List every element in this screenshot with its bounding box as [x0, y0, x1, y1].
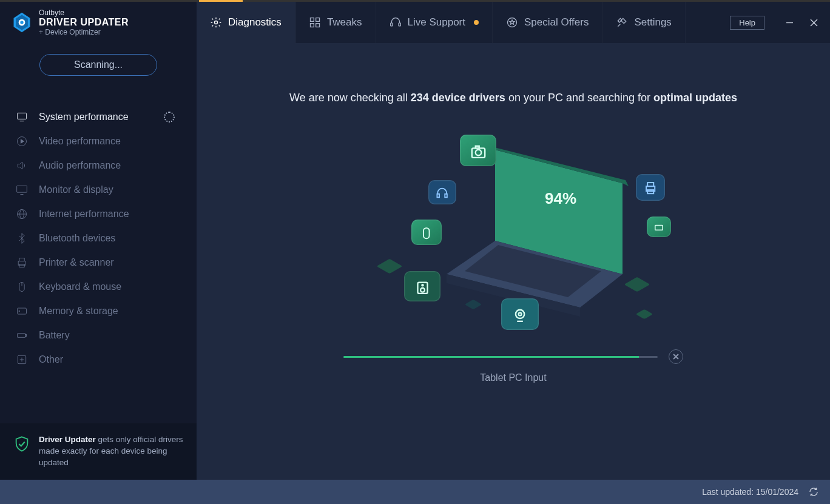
- printer-tile-icon: [636, 174, 665, 201]
- tab-special-offers[interactable]: Special Offers: [493, 2, 602, 43]
- svg-rect-27: [19, 264, 24, 267]
- svg-rect-10: [399, 23, 400, 26]
- minimize-button[interactable]: [778, 13, 801, 32]
- svg-marker-19: [18, 162, 22, 169]
- scanning-button[interactable]: Scanning...: [39, 54, 157, 76]
- svg-rect-44: [475, 146, 479, 148]
- close-button[interactable]: [802, 13, 825, 32]
- star-badge-icon: [506, 16, 518, 29]
- grid-icon: [309, 16, 321, 29]
- sidebar-item-keyboard[interactable]: Keyboard & mouse: [0, 275, 197, 299]
- svg-rect-45: [437, 194, 440, 198]
- svg-point-3: [20, 21, 23, 24]
- headset-icon: [390, 16, 402, 29]
- main-content: We are now checking all 234 device drive…: [197, 43, 830, 480]
- svg-point-43: [475, 149, 481, 155]
- svg-rect-56: [655, 225, 663, 230]
- refresh-icon[interactable]: [808, 486, 819, 497]
- svg-rect-33: [25, 334, 27, 336]
- speaker-tile-icon: [404, 271, 440, 301]
- mouse-icon: [16, 281, 28, 293]
- svg-rect-26: [19, 258, 24, 261]
- svg-rect-7: [310, 24, 314, 27]
- card-tile-icon: [647, 217, 671, 237]
- sidebar-item-label: Other: [39, 354, 63, 365]
- svg-rect-9: [390, 23, 392, 26]
- tab-special-offers-label: Special Offers: [524, 16, 589, 29]
- progress-label: Tablet PC Input: [480, 372, 546, 383]
- tools-icon: [616, 16, 628, 29]
- tab-live-support-label: Live Support: [408, 16, 465, 29]
- svg-point-49: [420, 287, 425, 292]
- tab-live-support[interactable]: Live Support: [376, 2, 493, 43]
- category-list: System performance Video performance Aud…: [0, 87, 197, 423]
- sidebar-item-internet[interactable]: Internet performance: [0, 202, 197, 226]
- progress-fill: [343, 356, 639, 358]
- progress-bar: [343, 356, 658, 358]
- plus-box-icon: [16, 354, 28, 366]
- sidebar-item-battery[interactable]: Battery: [0, 323, 197, 348]
- svg-rect-32: [18, 334, 25, 338]
- notification-dot-icon: [474, 20, 479, 25]
- sidebar-item-monitor[interactable]: Monitor & display: [0, 178, 197, 202]
- camera-tile-icon: [460, 135, 496, 166]
- mouse-tile-icon: [411, 220, 442, 245]
- brand-line1: Outbyte: [39, 8, 129, 17]
- tab-diagnostics[interactable]: Diagnostics: [197, 2, 295, 43]
- tab-tweaks[interactable]: Tweaks: [295, 2, 376, 43]
- sidebar-item-printer[interactable]: Printer & scanner: [0, 250, 197, 275]
- storage-icon: [16, 305, 28, 317]
- scan-headline: We are now checking all 234 device drive…: [289, 92, 737, 104]
- brand-line3: + Device Optimizer: [39, 28, 129, 36]
- sidebar-item-system-perf[interactable]: System performance: [0, 105, 197, 129]
- svg-rect-15: [18, 113, 27, 119]
- svg-point-4: [215, 21, 218, 24]
- svg-point-31: [19, 311, 20, 312]
- sidebar-item-memory[interactable]: Memory & storage: [0, 299, 197, 323]
- sidebar-item-audio-perf[interactable]: Audio performance: [0, 153, 197, 178]
- tab-settings[interactable]: Settings: [602, 2, 685, 43]
- sidebar: Scanning... System performance Video per…: [0, 43, 197, 480]
- monitor-icon: [16, 111, 28, 123]
- svg-rect-54: [647, 183, 653, 186]
- progress-row: [343, 349, 683, 364]
- brand-line2: DRIVER UPDATER: [39, 17, 129, 28]
- bluetooth-icon: [16, 232, 28, 244]
- sidebar-footer-text: Driver Updater gets only official driver…: [39, 434, 183, 469]
- window-controls: Help: [725, 2, 830, 43]
- svg-marker-18: [21, 139, 24, 144]
- sidebar-item-video-perf[interactable]: Video performance: [0, 129, 197, 153]
- display-icon: [16, 184, 28, 196]
- speaker-icon: [16, 160, 28, 172]
- svg-point-51: [516, 310, 524, 318]
- sidebar-item-label: Audio performance: [39, 160, 121, 171]
- sidebar-item-other[interactable]: Other: [0, 348, 197, 372]
- svg-point-50: [422, 284, 423, 286]
- svg-rect-8: [316, 24, 320, 27]
- top-bar: Outbyte DRIVER UPDATER + Device Optimize…: [0, 2, 830, 43]
- brand-logo-icon: [11, 12, 33, 33]
- shield-check-icon: [13, 435, 30, 452]
- sidebar-item-label: Bluetooth devices: [39, 233, 115, 244]
- play-icon: [16, 135, 28, 147]
- battery-icon: [16, 329, 28, 341]
- svg-point-52: [519, 312, 522, 315]
- tabs-row: Diagnostics Tweaks Live Support Special …: [197, 2, 725, 43]
- sidebar-item-label: Internet performance: [39, 209, 129, 220]
- headphones-tile-icon: [428, 180, 456, 204]
- gear-icon: [210, 16, 222, 29]
- title-accent: [0, 0, 830, 2]
- last-updated-text: Last updated: 15/01/2024: [702, 487, 798, 497]
- sidebar-item-label: Printer & scanner: [39, 257, 114, 268]
- svg-rect-20: [17, 186, 27, 192]
- help-button[interactable]: Help: [730, 16, 764, 30]
- scan-percent: 94%: [545, 189, 576, 208]
- sidebar-item-label: Keyboard & mouse: [39, 281, 121, 292]
- tab-settings-label: Settings: [634, 16, 671, 29]
- webcam-tile-icon: [501, 298, 539, 330]
- printer-icon: [16, 257, 28, 269]
- cancel-scan-button[interactable]: [669, 349, 683, 364]
- svg-rect-6: [316, 18, 320, 22]
- sidebar-item-bluetooth[interactable]: Bluetooth devices: [0, 226, 197, 250]
- svg-rect-47: [423, 228, 430, 238]
